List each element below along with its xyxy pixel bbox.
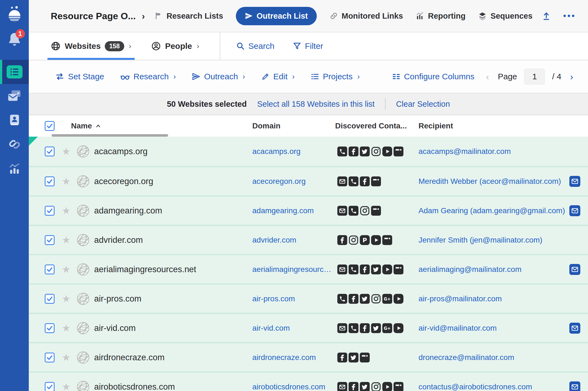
recipient-link[interactable]: acacamps@mailinator.com — [419, 147, 572, 156]
recipient-link[interactable]: air-vid@mailinator.com — [419, 324, 572, 333]
recipient-link[interactable]: contactus@airoboticsdrones.com — [419, 382, 572, 391]
send-email-button[interactable] — [569, 381, 580, 391]
recipient-link[interactable]: air-pros@mailinator.com — [419, 294, 572, 303]
nav-outreach-list[interactable]: Outreach List — [236, 7, 317, 25]
facebook-icon[interactable] — [349, 147, 358, 156]
column-header-discovered-contacts[interactable]: Discovered Conta... — [335, 122, 407, 130]
youtube-icon[interactable] — [382, 265, 392, 274]
clear-selection-link[interactable]: Clear Selection — [396, 100, 450, 109]
next-page-button[interactable]: › — [569, 71, 575, 82]
window-icon[interactable] — [394, 382, 403, 391]
youtube-icon[interactable] — [394, 294, 403, 304]
projects-button[interactable]: Projects › — [310, 72, 360, 81]
nav-sequences[interactable]: Sequences — [478, 12, 532, 21]
googleplus-icon[interactable] — [382, 294, 392, 304]
set-stage-button[interactable]: Set Stage — [55, 72, 104, 81]
twitter-icon[interactable] — [360, 147, 370, 156]
favorite-star-icon[interactable]: ★ — [62, 265, 70, 274]
twitter-icon[interactable] — [371, 323, 381, 333]
row-checkbox[interactable] — [45, 206, 55, 216]
window-icon[interactable] — [360, 353, 370, 362]
instagram-icon[interactable] — [371, 382, 381, 391]
column-header-recipient[interactable]: Recipient — [419, 122, 453, 130]
send-email-button[interactable] — [569, 264, 580, 275]
sidebar-item-contacts[interactable] — [0, 108, 29, 132]
nav-monitored-links[interactable]: Monitored Links — [329, 12, 403, 21]
window-icon[interactable] — [371, 206, 381, 216]
send-email-button[interactable] — [569, 205, 580, 216]
twitter-icon[interactable] — [360, 382, 370, 391]
project-title[interactable]: Resource Page O... — [51, 11, 136, 21]
phone-icon[interactable] — [349, 176, 358, 186]
tab-people[interactable]: People › — [151, 32, 199, 60]
row-checkbox[interactable] — [45, 353, 55, 362]
title-chevron-icon[interactable]: › — [142, 11, 145, 21]
instagram-icon[interactable] — [360, 206, 370, 216]
window-icon[interactable] — [371, 176, 381, 186]
notifications-button[interactable]: 1 — [6, 31, 23, 49]
column-header-name[interactable]: Name — [71, 122, 101, 130]
sidebar-item-reports[interactable] — [0, 156, 29, 181]
research-button[interactable]: Research › — [120, 72, 176, 81]
youtube-icon[interactable] — [371, 235, 381, 245]
instagram-icon[interactable] — [371, 147, 381, 156]
send-email-button[interactable] — [569, 323, 580, 334]
select-all-checkbox[interactable] — [45, 121, 55, 131]
window-icon[interactable] — [382, 235, 392, 245]
facebook-icon[interactable] — [337, 353, 347, 362]
favorite-star-icon[interactable]: ★ — [62, 353, 70, 362]
row-checkbox[interactable] — [45, 176, 55, 186]
instagram-icon[interactable] — [371, 294, 381, 304]
favorite-star-icon[interactable]: ★ — [62, 323, 70, 333]
prev-page-button[interactable]: ‹ — [484, 71, 491, 82]
domain-link[interactable]: air-vid.com — [252, 324, 332, 333]
row-checkbox[interactable] — [45, 265, 55, 274]
recipient-link[interactable]: aerialimaging@mailinator.com — [419, 265, 572, 274]
googleplus-icon[interactable] — [382, 323, 392, 333]
horizontal-scrollbar-thumb[interactable] — [52, 134, 168, 137]
phone-icon[interactable] — [337, 147, 347, 156]
page-number-input[interactable]: 1 — [524, 69, 545, 85]
favorite-star-icon[interactable]: ★ — [62, 176, 70, 186]
more-menu-icon[interactable]: ••• — [563, 11, 576, 21]
twitter-icon[interactable] — [349, 353, 358, 362]
facebook-icon[interactable] — [360, 176, 370, 186]
facebook-icon[interactable] — [360, 265, 370, 274]
recipient-link[interactable]: Jennifer Smith (jen@mailinator.com) — [419, 236, 572, 244]
domain-link[interactable]: airdronecraze.com — [252, 353, 332, 362]
favorite-star-icon[interactable]: ★ — [62, 206, 70, 216]
recipient-link[interactable]: Adam Gearing (adam.gearing@gmail.com) — [419, 206, 572, 215]
favorite-star-icon[interactable]: ★ — [62, 294, 70, 304]
domain-link[interactable]: airoboticsdrones.com — [252, 382, 332, 391]
twitter-icon[interactable] — [360, 294, 370, 304]
edit-button[interactable]: Edit › — [261, 72, 295, 81]
upload-icon[interactable] — [542, 11, 551, 21]
column-header-domain[interactable]: Domain — [252, 122, 281, 130]
envelope-icon[interactable] — [337, 323, 347, 333]
recipient-link[interactable]: dronecraze@mailinator.com — [419, 353, 572, 362]
row-checkbox[interactable] — [45, 294, 55, 304]
youtube-icon[interactable] — [382, 147, 392, 156]
phone-icon[interactable] — [349, 206, 358, 216]
facebook-icon[interactable] — [349, 294, 358, 304]
recipient-link[interactable]: Meredith Webber (aceor@mailinator.com) — [419, 177, 572, 186]
favorite-star-icon[interactable]: ★ — [62, 147, 70, 156]
domain-link[interactable]: adamgearing.com — [252, 206, 332, 215]
domain-link[interactable]: air-pros.com — [252, 294, 332, 303]
pinterest-icon[interactable] — [360, 235, 370, 245]
youtube-icon[interactable] — [382, 382, 392, 391]
phone-icon[interactable] — [349, 265, 358, 274]
window-icon[interactable] — [394, 147, 403, 156]
nav-research-lists[interactable]: Research Lists — [154, 12, 223, 21]
window-icon[interactable] — [394, 265, 403, 274]
domain-link[interactable]: advrider.com — [252, 236, 332, 244]
sidebar-item-inbox[interactable] — [0, 84, 29, 108]
outreach-button[interactable]: Outreach › — [192, 72, 245, 81]
envelope-icon[interactable] — [337, 176, 347, 186]
facebook-icon[interactable] — [337, 235, 347, 245]
configure-columns-button[interactable]: Configure Columns — [392, 72, 474, 81]
buzzstream-logo-icon[interactable] — [6, 5, 23, 23]
sidebar-item-lists[interactable] — [0, 60, 29, 84]
row-checkbox[interactable] — [45, 147, 55, 156]
domain-link[interactable]: acecoregon.org — [252, 177, 332, 186]
